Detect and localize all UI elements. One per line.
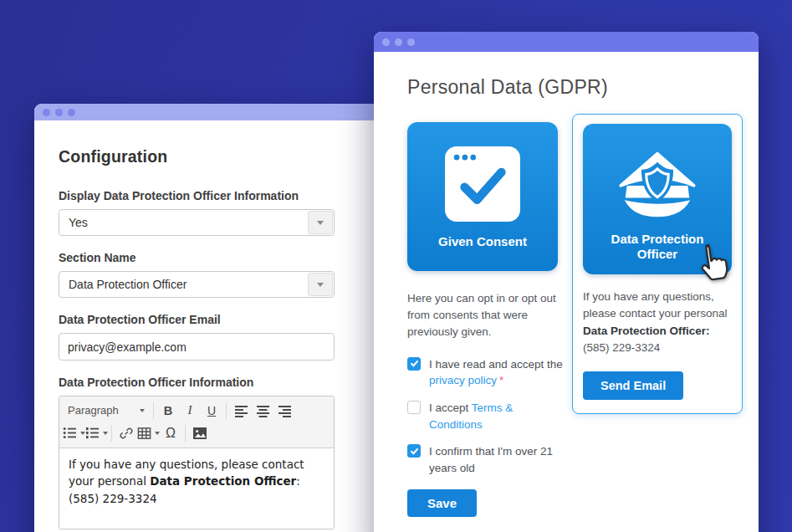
checkbox-label: I confirm that I'm over 21 years old bbox=[429, 443, 565, 476]
window-titlebar[interactable] bbox=[374, 32, 759, 52]
dpo-information-label: Data Protection Officer Information bbox=[59, 376, 361, 389]
insert-image-button[interactable] bbox=[189, 423, 211, 443]
save-button[interactable]: Save bbox=[407, 489, 477, 517]
align-left-button[interactable] bbox=[230, 401, 252, 421]
bullet-list-icon bbox=[63, 427, 77, 439]
send-email-button[interactable]: Send Email bbox=[583, 371, 683, 400]
configuration-window: Configuration Display Data Protection Of… bbox=[34, 104, 386, 532]
consent-check-icon bbox=[445, 146, 520, 222]
display-info-label: Display Data Protection Officer Informat… bbox=[59, 189, 361, 202]
align-left-icon bbox=[234, 404, 248, 417]
align-center-icon bbox=[256, 404, 270, 417]
window-control-dot[interactable] bbox=[43, 109, 50, 116]
chevron-down-icon bbox=[317, 221, 324, 225]
section-name-select[interactable]: Data Protection Officer bbox=[59, 271, 335, 298]
rich-text-editor: Paragraph B I U bbox=[59, 396, 335, 529]
select-value: Yes bbox=[59, 216, 307, 229]
dpo-phone-number: (585) 229-3324 bbox=[583, 341, 660, 354]
checkbox[interactable] bbox=[407, 357, 421, 371]
check-icon bbox=[410, 359, 419, 368]
section-name-label: Section Name bbox=[59, 251, 361, 264]
editor-content-area[interactable]: If you have any questions, please contac… bbox=[59, 448, 334, 529]
select-dropdown-button[interactable] bbox=[308, 273, 333, 296]
window-control-dot[interactable] bbox=[407, 38, 415, 46]
paragraph-style-dropdown[interactable]: Paragraph bbox=[63, 401, 150, 421]
checkbox-label: I have read and accept the privacy polic… bbox=[429, 356, 565, 389]
checkbox[interactable] bbox=[407, 444, 421, 458]
dpo-contact-text: If you have any questions, please contac… bbox=[583, 289, 733, 356]
given-consent-tile[interactable]: Given Consent bbox=[407, 122, 558, 271]
align-right-icon bbox=[278, 404, 292, 417]
page-title: Configuration bbox=[59, 147, 361, 166]
police-cap-icon bbox=[615, 151, 700, 219]
tile-label: Given Consent bbox=[420, 234, 545, 249]
underline-button[interactable]: U bbox=[201, 401, 222, 421]
window-control-dot[interactable] bbox=[382, 38, 390, 46]
page-title: Personal Data (GDPR) bbox=[407, 76, 725, 99]
image-icon bbox=[192, 427, 207, 440]
select-value: Data Protection Officer bbox=[59, 278, 307, 291]
chevron-down-icon bbox=[317, 283, 324, 287]
display-info-select[interactable]: Yes bbox=[59, 209, 335, 236]
terms-checkbox-row[interactable]: I accept Terms & Conditions bbox=[407, 400, 565, 432]
checkbox-label: I accept Terms & Conditions bbox=[429, 400, 565, 432]
age-confirm-checkbox-row[interactable]: I confirm that I'm over 21 years old bbox=[407, 443, 565, 476]
dpo-email-input[interactable] bbox=[59, 333, 335, 361]
gdpr-window: Personal Data (GDPR) Given Consent Here … bbox=[374, 32, 759, 532]
special-character-button[interactable]: Ω bbox=[160, 423, 181, 443]
table-icon bbox=[137, 427, 151, 440]
italic-button[interactable]: I bbox=[179, 401, 201, 421]
bullet-list-button[interactable] bbox=[63, 423, 85, 443]
numbered-list-icon bbox=[85, 427, 100, 439]
window-control-dot[interactable] bbox=[395, 38, 402, 46]
window-control-dot[interactable] bbox=[55, 109, 63, 116]
insert-table-button[interactable] bbox=[137, 423, 160, 443]
privacy-policy-link[interactable]: privacy policy bbox=[429, 374, 497, 386]
align-center-button[interactable] bbox=[252, 401, 273, 421]
bold-button[interactable]: B bbox=[157, 401, 179, 421]
window-control-dot[interactable] bbox=[68, 109, 75, 116]
privacy-policy-checkbox-row[interactable]: I have read and accept the privacy polic… bbox=[407, 356, 565, 389]
link-icon bbox=[119, 426, 134, 441]
chevron-down-icon bbox=[103, 432, 108, 435]
numbered-list-button[interactable] bbox=[85, 423, 108, 443]
checkbox[interactable] bbox=[407, 401, 421, 414]
window-titlebar[interactable] bbox=[34, 104, 386, 120]
hand-cursor-icon bbox=[695, 242, 730, 287]
align-right-button[interactable] bbox=[273, 401, 295, 421]
insert-link-button[interactable] bbox=[115, 423, 137, 443]
editor-toolbar: Paragraph B I U bbox=[59, 396, 334, 448]
dpo-email-label: Data Protection Officer Email bbox=[59, 313, 361, 326]
consent-intro-text: Here you can opt in or opt out from cons… bbox=[407, 290, 561, 340]
paragraph-style-value: Paragraph bbox=[68, 404, 119, 417]
select-dropdown-button[interactable] bbox=[308, 211, 333, 234]
chevron-down-icon bbox=[140, 409, 145, 412]
check-icon bbox=[410, 447, 419, 456]
required-asterisk: * bbox=[499, 374, 503, 386]
